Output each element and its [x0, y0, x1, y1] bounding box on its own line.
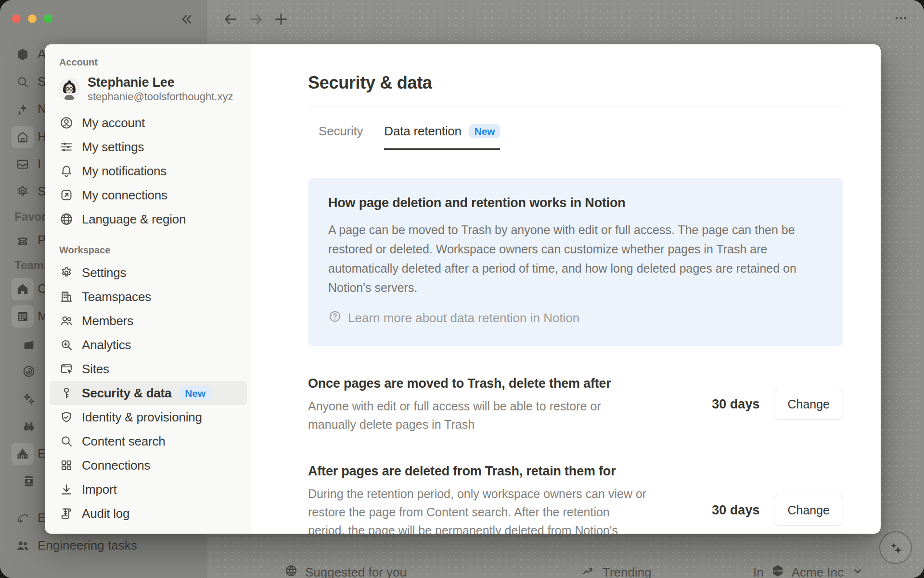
sidebar-item-label: Language & region — [82, 212, 186, 227]
sidebar-item-settings[interactable]: Settings — [50, 261, 247, 285]
sidebar-item-my-notifications[interactable]: My notifications — [50, 159, 247, 183]
setting-controls: 30 daysChange — [712, 495, 843, 525]
sidebar-item-analytics[interactable]: Analytics — [50, 333, 247, 357]
new-badge: New — [469, 124, 500, 138]
forward-icon — [248, 12, 264, 27]
sidebar-item-my-account[interactable]: My account — [50, 111, 247, 135]
svg-text:ACME: ACME — [773, 569, 782, 572]
ai-sparkle-icon — [12, 98, 34, 120]
globe-icon — [59, 212, 74, 226]
sidebar-item-label: Audit log — [82, 506, 129, 521]
trending-label: Trending — [603, 565, 652, 578]
sidebar-item-my-connections[interactable]: My connections — [50, 183, 247, 207]
people-fill-icon — [12, 535, 34, 557]
change-button[interactable]: Change — [774, 389, 843, 420]
people-icon — [59, 314, 74, 328]
sliders-icon — [59, 140, 74, 154]
trending-row: Trending — [581, 564, 652, 578]
learn-more-link[interactable]: Learn more about data retention in Notio… — [328, 310, 579, 327]
close-window-button[interactable] — [12, 14, 21, 23]
binoculars-emoji-icon — [18, 415, 40, 437]
grid-icon — [59, 458, 74, 473]
suggested-for-you-row: Suggested for you — [284, 564, 407, 578]
magnifier-icon — [59, 434, 74, 448]
background-item-label: I — [38, 157, 41, 171]
collapse-sidebar-icon — [180, 12, 194, 26]
chevron-down-icon — [850, 564, 865, 578]
setting-row-once-pages-are-moved-to-trash-: Once pages are moved to Trash, delete th… — [308, 375, 843, 434]
sidebar-item-audit-log[interactable]: Audit log — [50, 501, 247, 525]
scroll-icon — [59, 506, 74, 521]
sidebar-item-import[interactable]: Import — [50, 477, 247, 501]
shield-check-icon — [59, 410, 74, 424]
sidebar-item-identity-provisioning[interactable]: Identity & provisioning — [50, 405, 247, 429]
setting-description: Anyone with edit or full access will be … — [308, 397, 650, 434]
shell-emoji-icon — [18, 360, 40, 382]
account-user-row[interactable]: Stephanie Lee stephanie@toolsforthought.… — [50, 75, 247, 103]
notion-ai-button — [879, 531, 912, 564]
tab-security[interactable]: Security — [319, 124, 363, 150]
sparkles-emoji-icon — [18, 388, 40, 410]
sidebar-item-label: My account — [82, 116, 145, 131]
home-icon — [12, 126, 34, 148]
app-window: ACMEASNHISFavoriPTeamsCMEEngineering pro… — [0, 0, 924, 578]
building-icon — [59, 289, 74, 304]
minimize-window-button[interactable] — [28, 14, 37, 23]
in-label: In — [753, 565, 764, 578]
setting-controls: 30 daysChange — [712, 389, 843, 420]
workspace-section-header: Workspace — [50, 245, 251, 256]
sidebar-item-label: Sites — [82, 362, 109, 377]
svg-text:ACME: ACME — [18, 53, 27, 56]
workspace-name-label: Acme Inc — [792, 565, 844, 578]
sidebar-item-language-region[interactable]: Language & region — [50, 207, 247, 231]
sidebar-item-label: Identity & provisioning — [82, 410, 202, 425]
setting-heading: After pages are deleted from Trash, reta… — [308, 462, 650, 480]
gear-icon — [12, 181, 34, 203]
background-item-engineering-tasks: Engineering tasks — [0, 532, 207, 559]
sidebar-item-label: Import — [82, 482, 116, 497]
setting-description: During the retention period, only worksp… — [308, 485, 650, 534]
magnifier-plus-icon — [59, 338, 74, 352]
change-button[interactable]: Change — [774, 495, 843, 525]
sidebar-item-label: Content search — [82, 434, 166, 449]
trending-icon — [581, 564, 596, 578]
user-name: Stephanie Lee — [88, 75, 233, 90]
sidebar-item-sites[interactable]: Sites — [50, 357, 247, 381]
settings-content: Security & data SecurityData retentionNe… — [251, 44, 881, 534]
avatar — [58, 78, 80, 100]
background-item-label: Engineering tasks — [38, 538, 137, 553]
inbox-icon — [12, 153, 34, 175]
sidebar-item-connections[interactable]: Connections — [50, 453, 247, 477]
tab-data-retention[interactable]: Data retentionNew — [384, 124, 500, 150]
back-icon — [223, 12, 238, 27]
zoom-window-button[interactable] — [44, 14, 52, 23]
sidebar-item-label: My connections — [82, 188, 167, 203]
sidebar-item-teamspaces[interactable]: Teamspaces — [50, 285, 247, 309]
clapper-emoji-icon — [18, 333, 40, 355]
bell-icon — [59, 164, 74, 178]
window-controls — [12, 14, 52, 23]
settings-modal: Account Stephanie Lee stephanie@toolsfor… — [45, 44, 881, 534]
sidebar-item-security-data[interactable]: Security & dataNew — [50, 381, 247, 405]
key-icon — [59, 386, 74, 400]
sidebar-item-label: Members — [82, 314, 133, 328]
browser-cursor-icon — [59, 362, 74, 376]
search-icon — [12, 71, 34, 93]
title-divider — [308, 106, 843, 106]
suggested-label: Suggested for you — [305, 565, 407, 578]
sidebar-item-members[interactable]: Members — [50, 309, 247, 333]
tab-bar: SecurityData retentionNew — [308, 124, 843, 150]
notebook-emoji-icon — [18, 470, 40, 492]
gear-icon — [59, 265, 74, 280]
page-title: Security & data — [308, 72, 843, 93]
sidebar-item-my-settings[interactable]: My settings — [50, 135, 247, 159]
sidebar-item-content-search[interactable]: Content search — [50, 429, 247, 453]
more-menu-icon — [892, 12, 910, 25]
acme-logo-icon: ACME — [770, 564, 785, 578]
setting-heading: Once pages are moved to Trash, delete th… — [308, 375, 650, 392]
new-tab-icon — [273, 11, 289, 27]
sidebar-item-label: Analytics — [82, 338, 131, 353]
sidebar-item-label: My notifications — [82, 164, 167, 179]
sidebar-item-label: Teamspaces — [82, 289, 151, 304]
sidebar-item-label: Settings — [82, 265, 126, 280]
